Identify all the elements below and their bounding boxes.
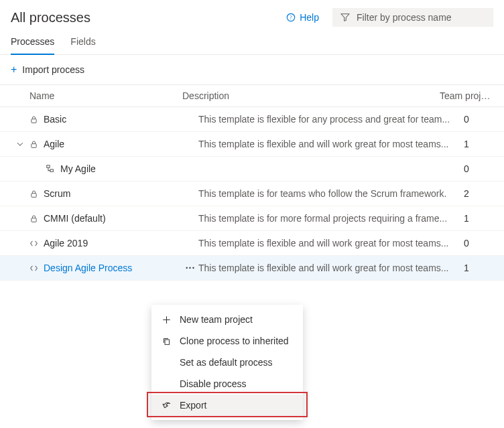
projects-count: 1	[464, 213, 493, 224]
name-cell: Agile	[29, 139, 182, 149]
table-row[interactable]: Agile 2019···This template is flexible a…	[0, 231, 504, 256]
filter-icon	[340, 13, 350, 22]
more-actions-button[interactable]: ···	[182, 263, 198, 273]
svg-rect-2	[32, 119, 36, 123]
code-icon	[29, 264, 38, 273]
import-process-button[interactable]: + Import process	[11, 64, 84, 75]
column-headers: Name Description Team proje...	[0, 85, 504, 107]
name-cell: Design Agile Process	[29, 263, 182, 273]
name-cell: Agile 2019	[29, 238, 182, 248]
svg-rect-6	[32, 193, 36, 197]
filter-input[interactable]	[357, 12, 485, 23]
table-row[interactable]: CMMI (default)···This template is for mo…	[0, 206, 504, 231]
process-name-link[interactable]: CMMI (default)	[44, 213, 106, 224]
name-cell: Basic	[29, 114, 182, 125]
help-label: Help	[300, 12, 319, 23]
process-name-link[interactable]: Agile 2019	[44, 238, 88, 248]
table-row[interactable]: Agile···This template is flexible and wi…	[0, 132, 504, 157]
svg-rect-4	[47, 165, 50, 168]
description-cell: This template is flexible and will work …	[198, 263, 464, 273]
expand-toggle[interactable]	[11, 140, 29, 148]
svg-rect-3	[32, 143, 36, 147]
description-cell: This template is flexible and will work …	[198, 139, 464, 149]
code-icon	[29, 239, 38, 248]
svg-text:?: ?	[290, 15, 292, 21]
import-label: Import process	[22, 64, 84, 75]
tab-processes[interactable]: Processes	[11, 32, 54, 55]
col-desc[interactable]: Description	[182, 90, 440, 101]
process-name-link[interactable]: Design Agile Process	[44, 263, 132, 273]
name-cell: CMMI (default)	[29, 213, 182, 224]
projects-count: 2	[464, 188, 493, 199]
page-header: All processes ? Help	[0, 0, 504, 27]
help-link[interactable]: ? Help	[281, 12, 324, 23]
col-projects[interactable]: Team proje...	[440, 90, 493, 101]
inherit-icon	[46, 164, 55, 173]
lock-icon	[29, 115, 38, 124]
col-name[interactable]: Name	[29, 90, 182, 101]
toolbar: + Import process	[0, 55, 504, 85]
projects-count: 0	[464, 238, 493, 248]
svg-rect-5	[50, 169, 53, 172]
table-row[interactable]: My Agile···0	[0, 157, 504, 182]
projects-count: 0	[464, 163, 493, 174]
description-cell: This template is for teams who follow th…	[198, 188, 464, 199]
svg-rect-7	[32, 218, 36, 222]
description-cell: This template is flexible for any proces…	[198, 114, 464, 125]
table-row[interactable]: Scrum···This template is for teams who f…	[0, 182, 504, 206]
table-row[interactable]: Basic···This template is flexible for an…	[0, 107, 504, 132]
projects-count: 1	[464, 139, 493, 149]
table-row[interactable]: Design Agile Process···This template is …	[0, 256, 504, 281]
process-rows: Basic···This template is flexible for an…	[0, 107, 504, 281]
projects-count: 0	[464, 114, 493, 125]
filter-box[interactable]	[332, 8, 493, 27]
description-cell: This template is flexible and will work …	[198, 238, 464, 248]
process-name-link[interactable]: Basic	[44, 114, 66, 125]
process-name-link[interactable]: Scrum	[44, 188, 70, 199]
process-name-link[interactable]: Agile	[44, 139, 64, 149]
lock-icon	[29, 214, 38, 223]
tabs: Processes Fields	[0, 27, 504, 55]
lock-icon	[29, 190, 38, 198]
name-cell: My Agile	[29, 163, 182, 174]
tab-fields[interactable]: Fields	[70, 32, 95, 55]
process-name-link[interactable]: My Agile	[60, 163, 96, 174]
name-cell: Scrum	[29, 188, 182, 199]
projects-count: 1	[464, 263, 493, 273]
plus-icon: +	[11, 64, 17, 75]
help-icon: ?	[286, 13, 296, 22]
page-title: All processes	[11, 10, 90, 25]
description-cell: This template is for more formal project…	[198, 213, 464, 224]
lock-icon	[29, 140, 38, 149]
